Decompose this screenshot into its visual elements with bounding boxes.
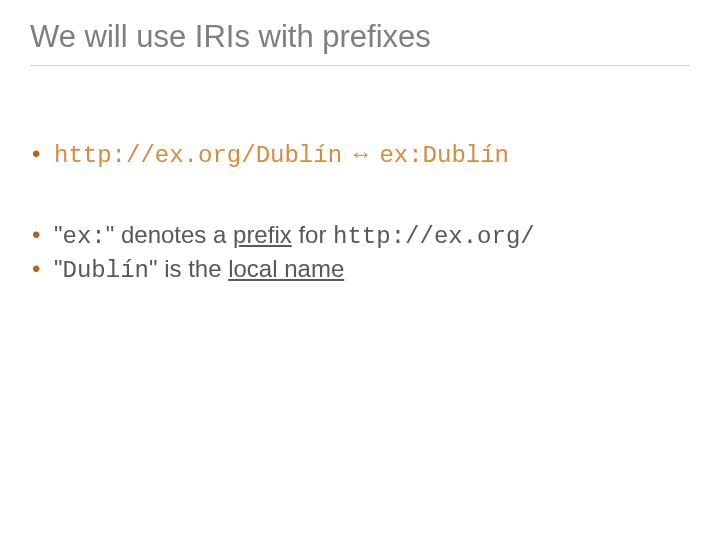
slide: We will use IRIs with prefixes http://ex… xyxy=(0,0,720,540)
slide-title: We will use IRIs with prefixes xyxy=(30,18,690,55)
quote-open-2: " xyxy=(54,255,63,282)
quote-close-is: " is the xyxy=(149,255,228,282)
for-text: for xyxy=(292,221,333,248)
local-code: Dublín xyxy=(63,257,149,284)
title-rule xyxy=(30,65,690,66)
bullet-list: http://ex.org/Dublín ↔ ex:Dublín "ex:" d… xyxy=(30,138,690,287)
full-iri: http://ex.org/Dublín xyxy=(54,142,342,169)
bullet-item-2: "ex:" denotes a prefix for http://ex.org… xyxy=(30,219,690,253)
quote-open: " xyxy=(54,221,63,248)
prefix-code: ex: xyxy=(63,223,106,250)
arrow-icon: ↔ xyxy=(342,140,379,167)
quote-close-denotes: " denotes a xyxy=(106,221,233,248)
prefixed-iri: ex:Dublín xyxy=(379,142,509,169)
base-iri: http://ex.org/ xyxy=(333,223,535,250)
slide-body: http://ex.org/Dublín ↔ ex:Dublín "ex:" d… xyxy=(30,138,690,287)
prefix-word: prefix xyxy=(233,221,292,248)
bullet-item-3: "Dublín" is the local name xyxy=(30,253,690,287)
bullet-item-1: http://ex.org/Dublín ↔ ex:Dublín xyxy=(30,138,690,172)
local-name: local name xyxy=(228,255,344,282)
